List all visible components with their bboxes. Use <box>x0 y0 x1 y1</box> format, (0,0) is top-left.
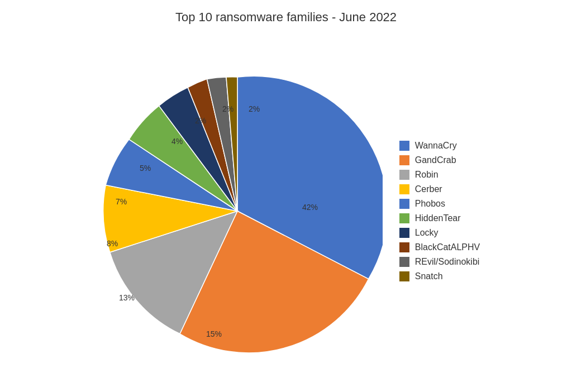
legend-color-revil <box>399 257 409 267</box>
label-snatch: 2% <box>249 104 260 113</box>
legend-item-blackcat: BlackCatALPHV <box>399 242 480 252</box>
legend-color-cerber <box>399 184 409 194</box>
chart-body: 42% 15% 13% 8% 7% 5% 4% 2% 2% 2% WannaCr… <box>0 30 572 392</box>
legend-label-locky: Locky <box>415 228 438 238</box>
legend-item-gandcrab: GandCrab <box>399 155 480 165</box>
legend-color-phobos <box>399 199 409 209</box>
legend-label-wannacry: WannaCry <box>415 141 457 151</box>
legend-color-snatch <box>399 271 409 281</box>
legend: WannaCry GandCrab Robin Cerber Phobos Hi… <box>399 141 480 281</box>
legend-item-locky: Locky <box>399 228 480 238</box>
pie-chart: 42% 15% 13% 8% 7% 5% 4% 2% 2% 2% <box>92 66 383 356</box>
legend-label-cerber: Cerber <box>415 184 442 194</box>
legend-color-robin <box>399 170 409 180</box>
label-cerber: 8% <box>107 239 118 248</box>
legend-label-robin: Robin <box>415 170 438 180</box>
label-robin: 13% <box>119 293 135 302</box>
label-locky: 4% <box>171 137 183 146</box>
legend-color-wannacry <box>399 141 409 151</box>
label-blackcat: 2% <box>195 116 206 125</box>
legend-item-revil: REvil/Sodinokibi <box>399 257 480 267</box>
label-wannacry: 42% <box>302 203 318 212</box>
legend-color-blackcat <box>399 242 409 252</box>
legend-label-hiddentear: HiddenTear <box>415 213 461 223</box>
label-revil: 2% <box>222 104 233 113</box>
chart-container: Top 10 ransomware families - June 2022 <box>0 0 572 392</box>
legend-label-snatch: Snatch <box>415 271 443 281</box>
legend-color-locky <box>399 228 409 238</box>
legend-item-snatch: Snatch <box>399 271 480 281</box>
legend-color-gandcrab <box>399 155 409 165</box>
legend-label-phobos: Phobos <box>415 199 445 209</box>
legend-color-hiddentear <box>399 213 409 223</box>
legend-item-hiddentear: HiddenTear <box>399 213 480 223</box>
legend-label-gandcrab: GandCrab <box>415 155 456 165</box>
label-phobos: 7% <box>116 197 127 206</box>
legend-label-blackcat: BlackCatALPHV <box>415 242 480 252</box>
legend-item-wannacry: WannaCry <box>399 141 480 151</box>
legend-label-revil: REvil/Sodinokibi <box>415 257 480 267</box>
legend-item-cerber: Cerber <box>399 184 480 194</box>
label-gandcrab: 15% <box>206 329 222 338</box>
chart-title: Top 10 ransomware families - June 2022 <box>175 10 397 25</box>
legend-item-phobos: Phobos <box>399 199 480 209</box>
legend-item-robin: Robin <box>399 170 480 180</box>
label-hiddentear: 5% <box>140 164 151 173</box>
